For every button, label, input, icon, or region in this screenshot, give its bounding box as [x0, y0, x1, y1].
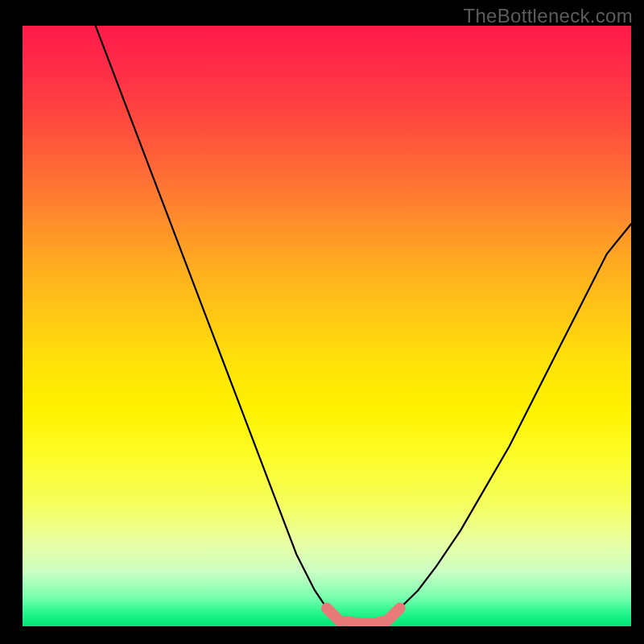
curve-layer [23, 26, 631, 626]
plot-area [23, 26, 631, 626]
right-ascent-curve [400, 224, 631, 608]
chart-frame: TheBottleneck.com [0, 0, 644, 644]
bottom-highlight-curve [327, 609, 400, 624]
left-descent-curve [96, 26, 327, 609]
watermark-text: TheBottleneck.com [463, 5, 633, 27]
